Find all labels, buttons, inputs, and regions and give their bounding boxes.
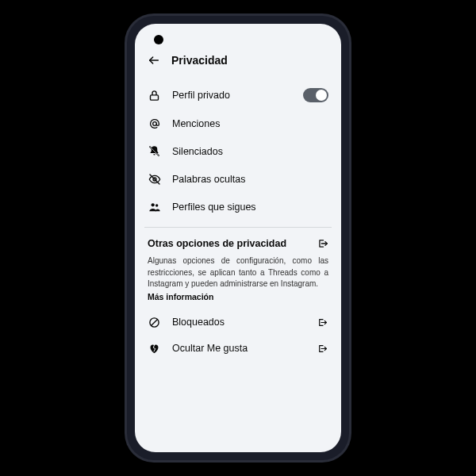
at-icon: [148, 117, 161, 130]
mentions-label: Menciones: [172, 118, 328, 129]
hidden-words-label: Palabras ocultas: [172, 174, 328, 185]
page-title: Privacidad: [171, 54, 228, 67]
row-private-profile[interactable]: Perfil privado: [148, 81, 328, 109]
muted-label: Silenciados: [172, 146, 328, 157]
private-profile-toggle[interactable]: [303, 88, 328, 102]
people-icon: [148, 200, 161, 213]
other-options-title: Otras opciones de privacidad: [148, 238, 286, 249]
hide-likes-label: Ocultar Me gusta: [172, 343, 305, 354]
svg-point-7: [151, 203, 154, 206]
blocked-label: Bloqueados: [172, 317, 305, 328]
external-link-icon[interactable]: [317, 237, 328, 249]
divider: [144, 227, 332, 228]
heart-broken-icon: [148, 342, 161, 355]
bell-off-icon: [148, 144, 161, 158]
row-muted[interactable]: Silenciados: [148, 137, 328, 165]
svg-rect-1: [151, 94, 159, 99]
svg-point-8: [155, 204, 157, 206]
screen: Privacidad Perfil privado: [135, 24, 341, 452]
eye-off-icon: [148, 172, 161, 186]
external-link-icon: [317, 343, 328, 355]
external-link-icon: [317, 317, 328, 328]
back-icon[interactable]: [148, 54, 160, 67]
more-info-link[interactable]: Más información: [148, 292, 328, 301]
row-mentions[interactable]: Menciones: [148, 109, 328, 137]
front-camera: [154, 35, 163, 44]
settings-content: Privacidad Perfil privado: [135, 24, 341, 362]
row-hide-likes[interactable]: Ocultar Me gusta: [148, 336, 328, 362]
other-options-header: Otras opciones de privacidad: [148, 237, 328, 249]
header: Privacidad: [148, 54, 328, 67]
toggle-knob: [316, 90, 327, 101]
row-profiles-following[interactable]: Perfiles que sigues: [148, 193, 328, 221]
info-text: Algunas opciones de configuración, como …: [148, 255, 328, 290]
block-icon: [148, 316, 161, 329]
svg-point-2: [152, 121, 156, 125]
svg-line-11: [151, 319, 157, 325]
phone-frame: Privacidad Perfil privado: [127, 16, 349, 460]
private-profile-label: Perfil privado: [172, 90, 292, 101]
row-hidden-words[interactable]: Palabras ocultas: [148, 165, 328, 193]
row-blocked[interactable]: Bloqueados: [148, 309, 328, 336]
lock-icon: [148, 89, 161, 102]
profiles-following-label: Perfiles que sigues: [172, 202, 328, 213]
